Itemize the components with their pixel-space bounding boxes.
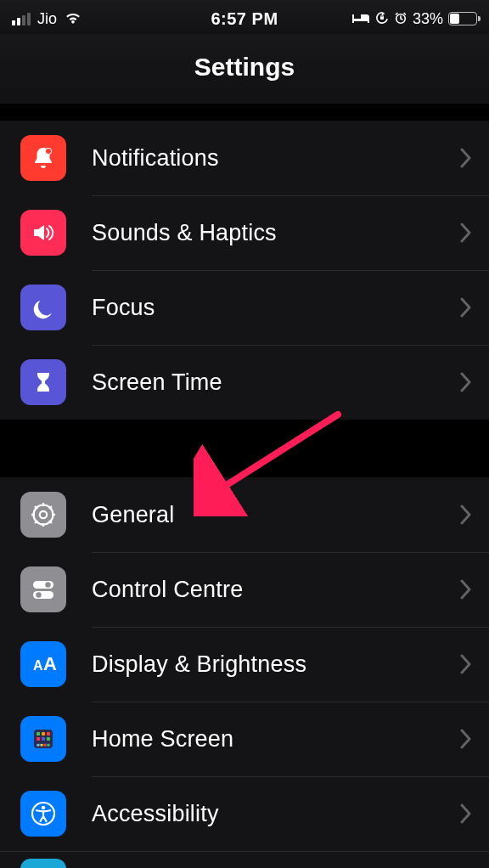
row-label: Sounds & Haptics (92, 220, 460, 246)
svg-rect-0 (380, 16, 384, 20)
row-partial[interactable] (0, 851, 489, 868)
status-left: Jio (12, 9, 82, 29)
svg-rect-22 (42, 732, 45, 736)
svg-rect-25 (42, 737, 45, 741)
row-screen-time[interactable]: Screen Time (0, 345, 489, 420)
svg-text:A: A (33, 658, 43, 673)
settings-group-1: Notifications Sounds & Haptics Focus Scr… (0, 121, 489, 420)
status-bar: Jio 6:57 PM 33% (0, 0, 489, 34)
bell-badge-icon (20, 135, 66, 181)
row-general[interactable]: General (0, 477, 489, 552)
row-focus[interactable]: Focus (0, 270, 489, 345)
row-control-centre[interactable]: Control Centre (0, 552, 489, 627)
section-gap (0, 104, 489, 121)
svg-rect-30 (44, 744, 47, 747)
partial-icon (20, 859, 66, 869)
chevron-right-icon (460, 579, 472, 600)
row-label: Control Centre (92, 577, 460, 603)
chevron-right-icon (460, 729, 472, 749)
svg-rect-24 (37, 737, 40, 741)
chevron-right-icon (460, 504, 472, 525)
battery-icon (448, 12, 477, 25)
chevron-right-icon (460, 803, 472, 824)
battery-percent: 33% (413, 10, 443, 28)
wifi-icon (64, 9, 82, 29)
section-gap (0, 420, 489, 477)
accessibility-icon (20, 791, 66, 837)
carrier-label: Jio (37, 10, 57, 28)
gear-icon (20, 492, 66, 538)
hourglass-icon (20, 359, 66, 405)
row-label: Focus (92, 295, 460, 321)
orientation-lock-icon (375, 9, 389, 29)
svg-point-33 (42, 806, 46, 810)
row-notifications[interactable]: Notifications (0, 121, 489, 195)
svg-rect-28 (37, 744, 40, 747)
row-label: General (92, 502, 460, 528)
row-sounds-haptics[interactable]: Sounds & Haptics (0, 195, 489, 270)
row-display-brightness[interactable]: AA Display & Brightness (0, 627, 489, 702)
svg-rect-21 (37, 732, 40, 736)
svg-text:A: A (43, 653, 57, 674)
svg-rect-23 (47, 732, 50, 736)
svg-point-15 (45, 582, 50, 587)
svg-rect-26 (47, 737, 50, 741)
svg-point-5 (40, 511, 47, 518)
row-label: Notifications (92, 145, 460, 172)
chevron-right-icon (460, 297, 472, 318)
svg-point-3 (46, 149, 51, 154)
text-size-icon: AA (20, 641, 66, 687)
cellular-signal-icon (12, 12, 31, 25)
chevron-right-icon (460, 148, 472, 168)
row-home-screen[interactable]: Home Screen (0, 702, 489, 776)
svg-point-17 (36, 592, 41, 597)
status-right: 33% (351, 9, 477, 29)
row-label: Display & Brightness (92, 651, 460, 678)
chevron-right-icon (460, 223, 472, 243)
status-time: 6:57 PM (211, 9, 278, 29)
page-title: Settings (0, 34, 489, 104)
row-label: Accessibility (92, 801, 460, 827)
chevron-right-icon (460, 654, 472, 674)
svg-rect-29 (41, 744, 43, 747)
moon-icon (20, 285, 66, 330)
settings-group-2: General Control Centre AA Display & Brig… (0, 477, 489, 868)
svg-rect-31 (48, 744, 50, 747)
apps-grid-icon (20, 716, 66, 762)
alarm-icon (394, 9, 408, 29)
row-label: Home Screen (92, 726, 460, 752)
toggles-icon (20, 566, 66, 612)
speaker-icon (20, 210, 66, 256)
row-accessibility[interactable]: Accessibility (0, 776, 489, 851)
chevron-right-icon (460, 372, 472, 392)
row-label: Screen Time (92, 369, 460, 396)
bed-icon (351, 9, 370, 29)
